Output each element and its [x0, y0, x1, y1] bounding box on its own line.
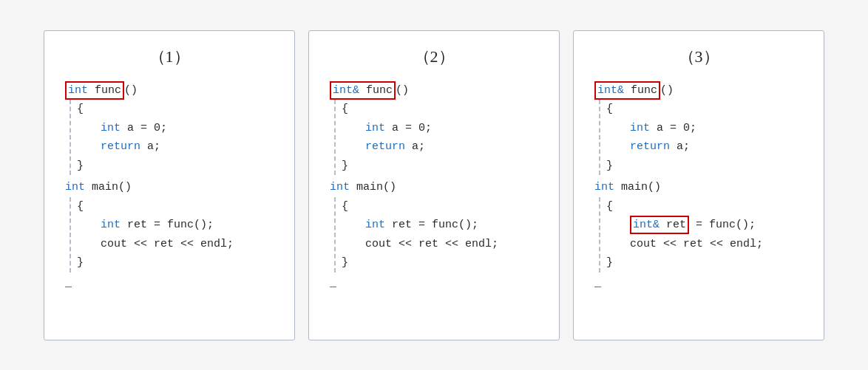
card-3-main-sig: int main(): [594, 178, 803, 197]
card-3-ret-highlight: int& ret: [630, 216, 689, 234]
card-2-func-sig: int& func (): [330, 81, 538, 100]
card-2-func-body: { int a = 0; return a; }: [330, 100, 538, 175]
card-3-func-name: func: [631, 84, 657, 97]
card-3-ret-line: int& ret = func();: [606, 216, 763, 235]
card-1-main-vline: [69, 197, 71, 273]
card-3-main-body: { int& ret = func(); cout << ret << endl…: [594, 197, 803, 273]
card-2-func-kw: int&: [333, 84, 359, 97]
card-1: （1） int func () { int a = 0; return: [44, 30, 295, 340]
card-1-main-body: { int ret = func(); cout << ret << endl;…: [65, 197, 274, 273]
card-3-func-kw: int&: [597, 84, 624, 97]
card-2: （2） int& func () { int a = 0; retur: [308, 30, 560, 340]
card-3-func-highlight: int& func: [594, 81, 660, 100]
card-3-func-sig: int& func (): [594, 81, 803, 100]
card-2-func-highlight: int& func: [330, 81, 396, 100]
card-2-main-sig: int main(): [330, 178, 538, 197]
card-3-title: （3）: [594, 46, 803, 68]
card-2-title: （2）: [330, 46, 538, 68]
card-2-main-body: { int ret = func(); cout << ret << endl;…: [330, 197, 538, 273]
card-1-title: （1）: [65, 46, 274, 68]
card-2-code: int& func () { int a = 0; return a; }: [330, 81, 538, 293]
card-3-func-body: { int a = 0; return a; }: [594, 100, 803, 175]
card-2-func-name: func: [366, 84, 393, 97]
main-container: （1） int func () { int a = 0; return: [14, 8, 854, 363]
card-1-func-kw: int: [68, 84, 88, 97]
card-1-main-sig: int main(): [65, 178, 274, 197]
card-1-func-inner: { int a = 0; return a; }: [77, 100, 167, 175]
card-1-main-inner: { int ret = func(); cout << ret << endl;…: [77, 197, 234, 273]
card-1-func-body: { int a = 0; return a; }: [65, 100, 274, 175]
card-1-func-sig: int func (): [65, 81, 274, 100]
card-1-func-name: func: [95, 84, 121, 97]
card-3-code: int& func () { int a = 0; return a; }: [594, 81, 803, 293]
card-3: （3） int& func () { int a = 0; retur: [573, 30, 824, 340]
card-1-func-vline: [69, 100, 71, 175]
card-1-func-highlight: int func: [65, 81, 124, 100]
card-1-code: int func () { int a = 0; return a; }: [65, 81, 274, 293]
